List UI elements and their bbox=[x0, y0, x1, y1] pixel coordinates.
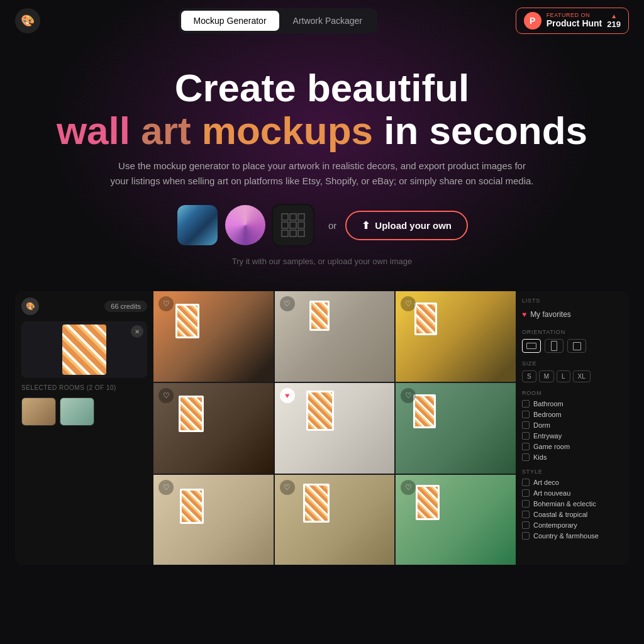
filter-size: SIZE S M L XL bbox=[522, 360, 623, 382]
tab-mockup-generator[interactable]: Mockup Generator bbox=[181, 11, 279, 31]
delete-artwork-button[interactable]: ✕ bbox=[131, 325, 143, 338]
room-cell-6[interactable]: ♡ bbox=[396, 383, 516, 474]
ph-arrow-icon: ▲ bbox=[611, 13, 617, 19]
contemporary-label: Contemporary bbox=[533, 521, 577, 529]
bathroom-checkbox[interactable] bbox=[522, 400, 530, 408]
favorite-button-5[interactable]: ♥ bbox=[280, 388, 295, 403]
room-filter-title: ROOM bbox=[522, 390, 623, 396]
rooms-grid: ♡ ♡ ♡ bbox=[153, 291, 516, 565]
style-filter-artnouveau[interactable]: Art nouveau bbox=[522, 489, 623, 497]
room-cell-1[interactable]: ♡ bbox=[153, 291, 274, 382]
favorite-button-4[interactable]: ♡ bbox=[158, 388, 174, 403]
size-s-button[interactable]: S bbox=[522, 370, 536, 382]
orientation-square-button[interactable] bbox=[567, 339, 586, 353]
style-filter-artdeco[interactable]: Art deco bbox=[522, 479, 623, 486]
credits-badge: 66 credits bbox=[104, 301, 147, 312]
svg-rect-2 bbox=[298, 214, 304, 220]
bedroom-label: Bedroom bbox=[533, 411, 562, 418]
style-filter-contemporary[interactable]: Contemporary bbox=[522, 521, 623, 529]
svg-rect-6 bbox=[282, 230, 288, 236]
bohemian-checkbox[interactable] bbox=[522, 500, 530, 508]
product-hunt-badge[interactable]: P FEATURED ON Product Hunt ▲ 219 bbox=[516, 8, 629, 34]
svg-rect-4 bbox=[290, 222, 296, 228]
style-filter-title: STYLE bbox=[522, 469, 623, 475]
size-xl-button[interactable]: XL bbox=[573, 370, 591, 382]
room-filter-dorm[interactable]: Dorm bbox=[522, 421, 623, 429]
selected-room-thumb-2[interactable] bbox=[60, 397, 94, 426]
sample-image-1[interactable] bbox=[176, 204, 219, 247]
hero-section: Create beautiful wall art mockups in sec… bbox=[0, 42, 644, 291]
artnouveau-checkbox[interactable] bbox=[522, 489, 530, 497]
dorm-label: Dorm bbox=[533, 421, 550, 429]
orientation-portrait-button[interactable] bbox=[545, 339, 564, 353]
sample-image-2[interactable] bbox=[224, 204, 267, 247]
coastal-label: Coastal & tropical bbox=[533, 511, 587, 518]
samples-row: or ⬆ Upload your own bbox=[13, 204, 631, 247]
sample-image-3[interactable] bbox=[272, 204, 314, 247]
room-filter-kids[interactable]: Kids bbox=[522, 453, 623, 461]
room-cell-8[interactable]: ♡ bbox=[275, 475, 395, 565]
selected-room-thumb-1[interactable] bbox=[21, 397, 56, 426]
room-cell-2[interactable]: ♡ bbox=[275, 291, 395, 382]
artnouveau-label: Art nouveau bbox=[533, 489, 570, 497]
grid-pattern-icon bbox=[280, 213, 306, 238]
orientation-options bbox=[522, 339, 623, 353]
favorite-button-7[interactable]: ♡ bbox=[158, 480, 174, 495]
room-cell-7[interactable]: ♡ bbox=[153, 475, 274, 565]
room-cell-4[interactable]: ♡ bbox=[153, 383, 274, 474]
size-l-button[interactable]: L bbox=[557, 370, 570, 382]
dorm-checkbox[interactable] bbox=[522, 421, 530, 429]
hero-title-line1: Create beautiful bbox=[13, 67, 631, 109]
my-favorites-label: My favorites bbox=[530, 310, 571, 319]
artdeco-label: Art deco bbox=[533, 479, 559, 486]
ph-vote-count: ▲ 219 bbox=[607, 13, 621, 29]
upload-icon: ⬆ bbox=[362, 219, 370, 231]
country-label: Country & farmhouse bbox=[533, 532, 599, 540]
contemporary-checkbox[interactable] bbox=[522, 521, 530, 529]
word-seconds: in seconds bbox=[384, 109, 587, 152]
favorite-button-8[interactable]: ♡ bbox=[280, 480, 295, 495]
gameroom-checkbox[interactable] bbox=[522, 443, 530, 450]
tab-artwork-packager[interactable]: Artwork Packager bbox=[280, 11, 375, 31]
room-filter-bathroom[interactable]: Bathroom bbox=[522, 400, 623, 408]
country-checkbox[interactable] bbox=[522, 532, 530, 540]
room-filter-entryway[interactable]: Entryway bbox=[522, 432, 623, 440]
entryway-label: Entryway bbox=[533, 432, 562, 440]
coastal-checkbox[interactable] bbox=[522, 511, 530, 518]
upload-button[interactable]: ⬆ Upload your own bbox=[345, 211, 468, 240]
sidebar-logo-icon: 🎨 bbox=[21, 297, 39, 315]
selected-rooms-label: SELECTED ROOMS (2 OF 10) bbox=[21, 384, 147, 391]
style-filter-bohemian[interactable]: Bohemian & eclectic bbox=[522, 500, 623, 508]
artdeco-checkbox[interactable] bbox=[522, 479, 530, 486]
style-filter-coastal[interactable]: Coastal & tropical bbox=[522, 511, 623, 518]
logo: 🎨 bbox=[15, 8, 40, 33]
svg-rect-3 bbox=[282, 222, 288, 228]
kids-label: Kids bbox=[533, 453, 547, 461]
room-cell-9[interactable]: ♡ bbox=[396, 475, 516, 565]
svg-rect-5 bbox=[298, 222, 304, 228]
orientation-landscape-button[interactable] bbox=[522, 339, 541, 353]
room-filter-gameroom[interactable]: Game room bbox=[522, 443, 623, 450]
orientation-filter-title: ORIENTATION bbox=[522, 329, 623, 335]
favorite-button-2[interactable]: ♡ bbox=[280, 296, 295, 311]
word-art: art bbox=[141, 109, 191, 152]
landscape-icon bbox=[526, 343, 536, 349]
favorite-button-9[interactable]: ♡ bbox=[401, 480, 416, 495]
entryway-checkbox[interactable] bbox=[522, 432, 530, 440]
my-favorites-button[interactable]: ♥ My favorites bbox=[522, 308, 623, 321]
style-filter-country[interactable]: Country & farmhouse bbox=[522, 532, 623, 540]
selected-rooms-row bbox=[21, 397, 147, 426]
room-cell-3[interactable]: ♡ bbox=[396, 291, 516, 382]
room-filter-list: Bathroom Bedroom Dorm Entryway Game room bbox=[522, 400, 623, 461]
kids-checkbox[interactable] bbox=[522, 453, 530, 461]
word-wall: wall bbox=[57, 109, 130, 152]
ph-count-value: 219 bbox=[607, 19, 621, 29]
hero-title-line2: wall art mockups in seconds bbox=[13, 109, 631, 152]
bedroom-checkbox[interactable] bbox=[522, 411, 530, 418]
rooms-grid-container: ♡ ♡ ♡ bbox=[153, 291, 516, 565]
sidebar-left: 🎨 66 credits ✕ SELECTED ROOMS (2 OF 10) bbox=[15, 291, 153, 565]
room-filter-bedroom[interactable]: Bedroom bbox=[522, 411, 623, 418]
size-m-button[interactable]: M bbox=[539, 370, 554, 382]
heart-icon: ♥ bbox=[522, 310, 526, 319]
room-cell-5[interactable]: ♥ bbox=[275, 383, 395, 474]
